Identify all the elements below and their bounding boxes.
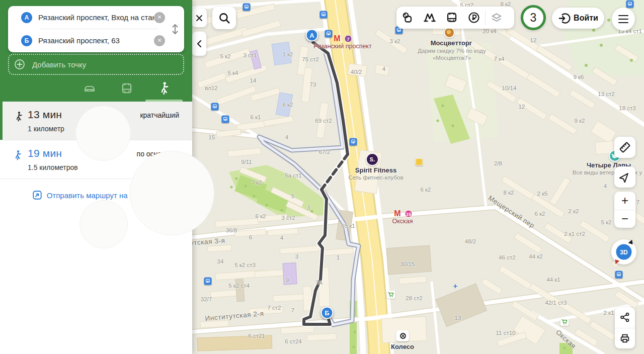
- medical-cross-icon[interactable]: +: [453, 282, 458, 290]
- metro-line-badge: 7: [345, 35, 352, 43]
- ruler-button[interactable]: [614, 137, 635, 158]
- bus-stop-icon[interactable]: [243, 4, 251, 11]
- print-icon: [619, 333, 630, 344]
- building-number-label: 7: [291, 307, 294, 313]
- building-number-label: 30/15: [400, 261, 415, 267]
- flowers-poi-icon[interactable]: [444, 27, 455, 38]
- add-point-button[interactable]: Добавить точку: [8, 54, 184, 75]
- building-number-label: 5 к2: [601, 219, 611, 225]
- building-number-label: 5 к2 ст4: [228, 283, 250, 289]
- metro-station-icon[interactable]: М: [334, 34, 340, 43]
- poi-name-label[interactable]: Мосцветторг: [431, 39, 472, 47]
- tab-mode-car[interactable]: [71, 75, 108, 102]
- building-number-label: 13 ст2: [598, 91, 614, 97]
- three-d-toggle[interactable]: 3D: [616, 244, 632, 260]
- login-label: Войти: [574, 14, 598, 23]
- building-number-label: 42/1 ст3: [545, 300, 567, 306]
- bus-stop-icon[interactable]: [222, 116, 229, 123]
- route-point-marker-а[interactable]: А: [306, 29, 318, 42]
- building-number-label: 1 к2: [282, 51, 293, 57]
- building-number-label: 14: [250, 77, 257, 83]
- building-number-label: 65 к1: [341, 223, 355, 229]
- building-number-label: 3 ст2: [281, 215, 295, 221]
- tab-mode-transit[interactable]: [108, 75, 145, 102]
- print-button[interactable]: [615, 328, 635, 349]
- building-number-label: 6 ст24: [285, 338, 301, 344]
- building-number-label: 5: [291, 193, 294, 199]
- building-number-label: 6 ст21: [248, 333, 265, 339]
- metro-station-label: Рязанский проспект: [313, 43, 371, 50]
- traffic-score-button[interactable]: 3: [521, 5, 546, 30]
- bus-stop-icon[interactable]: [626, 1, 634, 8]
- point-a-input[interactable]: [38, 13, 154, 22]
- parking-layer-button[interactable]: [463, 7, 485, 29]
- decorative-circle: [79, 200, 128, 248]
- menu-button[interactable]: [612, 8, 635, 31]
- swap-points-button[interactable]: [171, 23, 179, 37]
- building-number-label: 11 ст10: [496, 330, 516, 336]
- bus-icon: [120, 81, 134, 96]
- wheel-poi-icon[interactable]: [396, 330, 409, 341]
- poi-name-label[interactable]: Spirit Fitness: [355, 166, 396, 174]
- map-layers-toolbar: [396, 7, 514, 29]
- fitness-poi-icon[interactable]: S.: [366, 153, 379, 166]
- close-icon: [195, 14, 204, 23]
- panoramas-button[interactable]: [396, 7, 419, 29]
- share-button[interactable]: [615, 307, 635, 328]
- building-number-label: 9 к6: [573, 74, 584, 80]
- zoom-out-button[interactable]: −: [614, 210, 635, 228]
- building-number-label: 28 ст2: [406, 295, 422, 301]
- building-number-label: 73: [310, 81, 316, 87]
- building-number-label: 1: [337, 254, 340, 260]
- send-to-phone-icon: [32, 190, 42, 200]
- bus-stop-icon[interactable]: [204, 278, 212, 285]
- search-button[interactable]: [212, 7, 236, 29]
- zoom-in-button[interactable]: +: [614, 192, 635, 210]
- metro-layer-button[interactable]: [419, 7, 441, 29]
- building-number-label: 6 к2: [282, 102, 293, 108]
- shop-cart-icon[interactable]: [387, 291, 395, 299]
- building-number-label: 40/2: [351, 69, 362, 75]
- building-number-label: 9 к2: [574, 118, 585, 124]
- travel-mode-tabs: [0, 75, 192, 102]
- bus-stop-icon[interactable]: [350, 138, 357, 146]
- collapse-panel-button[interactable]: [192, 32, 206, 56]
- chevron-left-icon: [196, 40, 202, 48]
- poi-subtitle-label: Дарим скидку 7% по коду: [418, 48, 486, 54]
- building-number-label: 13: [455, 315, 461, 321]
- poi-badge-icon[interactable]: [416, 158, 423, 166]
- metro-station-icon[interactable]: М: [394, 209, 400, 218]
- point-b-input[interactable]: [38, 36, 154, 45]
- transport-layer-button[interactable]: [441, 7, 463, 29]
- bus-stop-icon[interactable]: [211, 103, 219, 111]
- login-button[interactable]: Войти: [552, 8, 604, 29]
- building-number-label: 4: [382, 66, 385, 72]
- poi-name-label[interactable]: Колесо: [391, 343, 414, 350]
- clear-point-a-button[interactable]: ×: [154, 12, 165, 23]
- bus-stop-icon[interactable]: [320, 11, 328, 19]
- login-arrow-icon: [558, 12, 571, 25]
- point-a-badge: А: [21, 12, 32, 23]
- metro-icon: [423, 11, 436, 24]
- car-icon: [82, 81, 97, 96]
- close-route-panel-button[interactable]: [192, 9, 207, 27]
- building-number-label: 75 ст2: [302, 56, 318, 62]
- metro-line-badge: 15: [405, 210, 413, 218]
- layers-button[interactable]: [486, 7, 508, 29]
- tab-mode-walk[interactable]: [145, 75, 183, 102]
- building-number-label: 36/8: [226, 227, 237, 233]
- clear-point-b-button[interactable]: ×: [154, 35, 165, 46]
- bus-stop-icon[interactable]: [615, 271, 623, 279]
- route-tag: кратчайший: [124, 111, 179, 121]
- building-number-label: 3: [295, 253, 298, 259]
- locate-me-button[interactable]: [614, 166, 635, 188]
- compass-3d-button[interactable]: 3D: [611, 239, 636, 264]
- add-point-label: Добавить точку: [32, 60, 86, 69]
- bus-stop-icon[interactable]: [325, 30, 333, 38]
- shop-cart-icon[interactable]: [560, 318, 569, 326]
- route-point-marker-б[interactable]: Б: [321, 307, 334, 319]
- building-number-label: 7 к2: [251, 180, 262, 186]
- building-number-label: 44 к2: [529, 253, 542, 259]
- hamburger-icon: [618, 15, 628, 17]
- pedestrian-icon: [157, 81, 171, 96]
